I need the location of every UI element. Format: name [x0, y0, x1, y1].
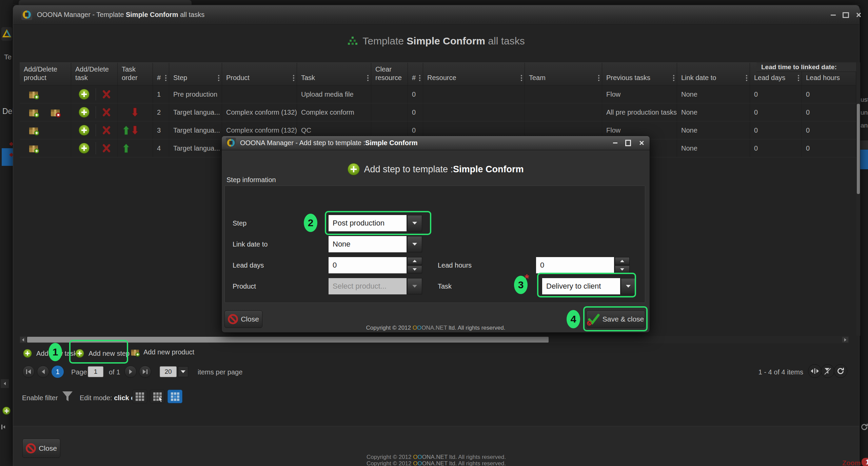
next-page-button[interactable] — [124, 366, 137, 378]
column-header-link_date_to[interactable]: Link date to — [677, 63, 750, 85]
cell-add_del_product[interactable] — [20, 121, 71, 139]
cell-product[interactable] — [222, 85, 297, 103]
cell-lead_days[interactable]: 0 — [750, 103, 802, 121]
delete-product-icon[interactable] — [50, 107, 61, 118]
horizontal-scrollbar[interactable] — [20, 336, 849, 343]
add-task-icon[interactable] — [79, 107, 90, 118]
move-down-icon[interactable] — [131, 107, 139, 117]
delete-task-icon[interactable] — [102, 90, 111, 99]
column-menu-icon[interactable] — [419, 75, 420, 81]
spinner-down-button[interactable] — [615, 266, 630, 273]
add-task-icon[interactable] — [79, 89, 90, 100]
minimize-button[interactable] — [829, 11, 837, 19]
table-row[interactable]: 2Target langua...Complex conform (132)Co… — [20, 103, 856, 121]
column-menu-icon[interactable] — [367, 75, 369, 81]
column-header-previous_tasks[interactable]: Previous tasks — [602, 63, 677, 85]
cell-add_del_task[interactable] — [71, 103, 118, 121]
dialog-maximize-button[interactable] — [624, 139, 632, 147]
column-header-product[interactable]: Product — [222, 63, 297, 85]
cell-resource[interactable] — [423, 103, 525, 121]
cell-num[interactable]: 3 — [153, 121, 169, 139]
column-header-num2[interactable]: # — [408, 63, 423, 85]
cell-num[interactable]: 1 — [153, 85, 169, 103]
cell-link_date_to[interactable]: None — [677, 121, 750, 139]
delete-task-icon[interactable] — [102, 144, 111, 153]
last-page-button[interactable] — [139, 366, 151, 378]
cell-step[interactable]: Target langua... — [169, 121, 222, 139]
cell-task_order[interactable] — [118, 121, 153, 139]
column-menu-icon[interactable] — [521, 75, 522, 81]
scroll-left-arrow[interactable] — [20, 337, 26, 343]
cell-add_del_task[interactable] — [71, 139, 118, 157]
cell-previous_tasks[interactable]: Flow — [602, 85, 677, 103]
column-header-step[interactable]: Step — [169, 63, 222, 85]
scroll-right-arrow[interactable] — [842, 337, 848, 343]
current-page-button[interactable]: 1 — [52, 366, 64, 378]
lead-days-value[interactable]: 0 — [329, 257, 407, 273]
cell-team[interactable] — [525, 103, 602, 121]
delete-task-icon[interactable] — [102, 108, 111, 117]
cell-task[interactable]: Upload media file — [297, 85, 371, 103]
cell-link_date_to[interactable]: None — [677, 103, 750, 121]
move-up-icon[interactable] — [122, 143, 131, 153]
table-row[interactable]: 1Pre productionUpload media file0FlowNon… — [20, 85, 856, 103]
dialog-minimize-button[interactable] — [611, 139, 619, 147]
cell-lead_hours[interactable]: 0 — [802, 85, 856, 103]
cell-lead_hours[interactable]: 0 — [802, 139, 856, 157]
cell-product[interactable]: Complex conform (132) — [222, 103, 297, 121]
column-menu-icon[interactable] — [165, 75, 166, 81]
cell-task_order[interactable] — [118, 103, 153, 121]
column-menu-icon[interactable] — [598, 75, 599, 81]
cell-add_del_task[interactable] — [71, 121, 118, 139]
add-product-icon[interactable] — [28, 107, 39, 118]
cell-step[interactable]: Pre production — [169, 85, 222, 103]
cell-step[interactable]: Target langua... — [169, 139, 222, 157]
cell-link_date_to[interactable]: None — [677, 85, 750, 103]
cell-num[interactable]: 4 — [153, 139, 169, 157]
column-menu-icon[interactable] — [798, 75, 799, 81]
items-per-page-select[interactable]: 20 — [160, 366, 177, 377]
items-per-page-dropdown-button[interactable] — [178, 366, 188, 377]
cell-lead_hours[interactable]: 0 — [802, 103, 856, 121]
delete-task-icon[interactable] — [102, 126, 111, 135]
cell-num2[interactable]: 0 — [408, 85, 423, 103]
add-product-icon[interactable] — [28, 89, 39, 100]
fit-columns-button[interactable] — [808, 364, 822, 378]
add-new-product-button[interactable]: Add new product — [131, 347, 194, 357]
cell-num[interactable]: 2 — [153, 103, 169, 121]
column-header-team[interactable]: Team — [525, 63, 602, 85]
cell-clear_resource[interactable] — [371, 103, 408, 121]
move-up-icon[interactable] — [122, 125, 131, 135]
add-product-icon[interactable] — [28, 125, 39, 136]
grid-select-row-button[interactable] — [150, 390, 165, 403]
cell-lead_hours[interactable]: 0 — [802, 121, 856, 139]
column-header-task[interactable]: Task — [297, 63, 371, 85]
column-header-add_del_product[interactable]: Add/Delete product — [20, 63, 71, 85]
cell-num2[interactable]: 0 — [408, 103, 423, 121]
grid-select-cell-button[interactable] — [167, 390, 182, 403]
refresh-button[interactable] — [834, 364, 847, 378]
column-header-task_order[interactable]: Task order — [118, 63, 153, 85]
cell-lead_days[interactable]: 0 — [750, 85, 802, 103]
page-number-input[interactable]: 1 — [88, 366, 103, 377]
cell-lead_days[interactable]: 0 — [750, 121, 802, 139]
lead-days-spinner[interactable]: 0 — [329, 257, 422, 273]
column-menu-icon[interactable] — [673, 75, 674, 81]
cell-add_del_product[interactable] — [20, 85, 71, 103]
add-task-icon[interactable] — [79, 125, 90, 136]
spinner-down-button[interactable] — [407, 266, 422, 273]
cell-clear_resource[interactable] — [371, 85, 408, 103]
cell-task_order[interactable] — [118, 85, 153, 103]
cell-step[interactable]: Target langua... — [169, 103, 222, 121]
vertical-scrollbar[interactable] — [856, 62, 860, 336]
move-down-icon[interactable] — [131, 125, 139, 135]
cell-previous_tasks[interactable]: All pre production tasks... — [602, 103, 677, 121]
link-date-to-dropdown[interactable]: None — [329, 236, 422, 252]
add-task-icon[interactable] — [79, 143, 90, 154]
cell-lead_days[interactable]: 0 — [750, 139, 802, 157]
cell-team[interactable] — [525, 85, 602, 103]
cell-add_del_task[interactable] — [71, 85, 118, 103]
clear-filter-button[interactable] — [821, 364, 834, 378]
chevron-down-icon[interactable] — [407, 236, 422, 252]
column-header-clear_resource[interactable]: Clear resource — [371, 63, 408, 85]
